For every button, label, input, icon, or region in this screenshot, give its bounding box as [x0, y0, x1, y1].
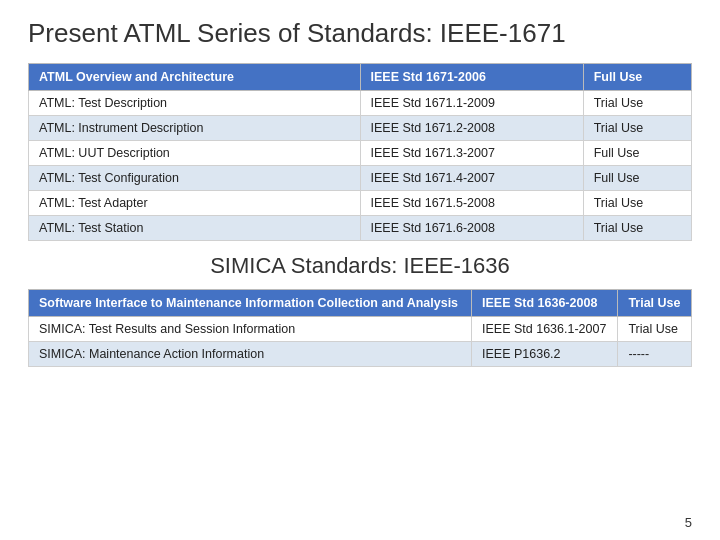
atml-cell: Trial Use	[583, 191, 691, 216]
atml-table-row: ATML: Test DescriptionIEEE Std 1671.1-20…	[29, 91, 692, 116]
page-container: Present ATML Series of Standards: IEEE-1…	[0, 0, 720, 385]
atml-col3-header: Full Use	[583, 64, 691, 91]
atml-table-row: ATML: Test AdapterIEEE Std 1671.5-2008Tr…	[29, 191, 692, 216]
atml-col1-header: ATML Overview and Architecture	[29, 64, 361, 91]
atml-cell: Full Use	[583, 166, 691, 191]
atml-table-row: ATML: Instrument DescriptionIEEE Std 167…	[29, 116, 692, 141]
atml-cell: IEEE Std 1671.5-2008	[360, 191, 583, 216]
atml-cell: ATML: Test Adapter	[29, 191, 361, 216]
atml-cell: Full Use	[583, 141, 691, 166]
simica-cell: -----	[618, 342, 692, 367]
page-title: Present ATML Series of Standards: IEEE-1…	[28, 18, 692, 49]
simica-col3-header: Trial Use	[618, 290, 692, 317]
atml-cell: IEEE Std 1671.3-2007	[360, 141, 583, 166]
atml-cell: ATML: Test Description	[29, 91, 361, 116]
atml-cell: IEEE Std 1671.1-2009	[360, 91, 583, 116]
atml-table-row: ATML: Test ConfigurationIEEE Std 1671.4-…	[29, 166, 692, 191]
atml-cell: IEEE Std 1671.6-2008	[360, 216, 583, 241]
atml-cell: IEEE Std 1671.4-2007	[360, 166, 583, 191]
atml-table: ATML Overview and Architecture IEEE Std …	[28, 63, 692, 241]
atml-col2-header: IEEE Std 1671-2006	[360, 64, 583, 91]
simica-table-row: SIMICA: Test Results and Session Informa…	[29, 317, 692, 342]
atml-cell: IEEE Std 1671.2-2008	[360, 116, 583, 141]
atml-cell: Trial Use	[583, 116, 691, 141]
atml-header-row: ATML Overview and Architecture IEEE Std …	[29, 64, 692, 91]
simica-cell: IEEE Std 1636.1-2007	[472, 317, 618, 342]
simica-header-row: Software Interface to Maintenance Inform…	[29, 290, 692, 317]
simica-cell: SIMICA: Maintenance Action Information	[29, 342, 472, 367]
simica-cell: IEEE P1636.2	[472, 342, 618, 367]
atml-cell: Trial Use	[583, 216, 691, 241]
simica-cell: Trial Use	[618, 317, 692, 342]
page-number: 5	[685, 515, 692, 530]
simica-table-row: SIMICA: Maintenance Action InformationIE…	[29, 342, 692, 367]
simica-cell: SIMICA: Test Results and Session Informa…	[29, 317, 472, 342]
atml-cell: ATML: Test Station	[29, 216, 361, 241]
atml-table-row: ATML: Test StationIEEE Std 1671.6-2008Tr…	[29, 216, 692, 241]
atml-cell: ATML: Instrument Description	[29, 116, 361, 141]
atml-table-row: ATML: UUT DescriptionIEEE Std 1671.3-200…	[29, 141, 692, 166]
simica-table: Software Interface to Maintenance Inform…	[28, 289, 692, 367]
simica-section-heading: SIMICA Standards: IEEE-1636	[28, 253, 692, 279]
atml-cell: ATML: UUT Description	[29, 141, 361, 166]
simica-col2-header: IEEE Std 1636-2008	[472, 290, 618, 317]
simica-col1-header: Software Interface to Maintenance Inform…	[29, 290, 472, 317]
atml-cell: Trial Use	[583, 91, 691, 116]
atml-cell: ATML: Test Configuration	[29, 166, 361, 191]
